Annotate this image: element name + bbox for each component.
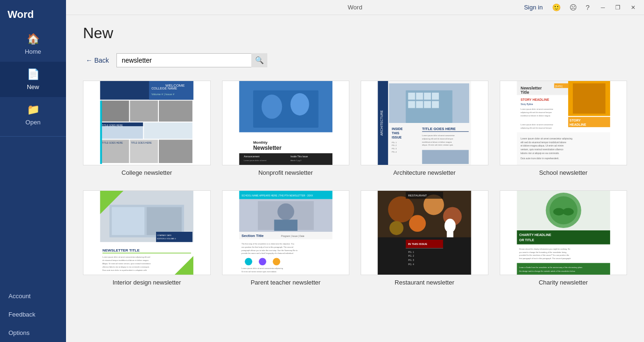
svg-text:PG. 3: PG. 3 xyxy=(408,259,414,261)
svg-rect-36 xyxy=(408,93,415,100)
feedback-label: Feedback xyxy=(8,311,35,318)
svg-text:HEADLINE: HEADLINE xyxy=(570,123,586,126)
search-button[interactable]: 🔍 xyxy=(251,53,267,67)
smiley-icon[interactable]: 🙂 xyxy=(550,2,563,13)
template-card-architecture[interactable]: ARCHITECTURE INSIDE THIS IS xyxy=(361,81,488,176)
template-thumb-restaurant: RESTAURANT IN THIS ISSUE PG. 1 PG. 2 PG.… xyxy=(361,190,488,275)
template-thumb-nonprofit: Monthly Newsletter Announcement Inside T… xyxy=(222,81,350,165)
svg-text:first paragraph of text in thi: first paragraph of text in this paragrap… xyxy=(519,257,570,260)
template-card-college[interactable]: COLLEGE NAME Volume # | Issue # WELCOME … xyxy=(83,81,211,176)
template-thumb-architecture: ARCHITECTURE INSIDE THIS IS xyxy=(361,81,488,165)
svg-text:can position the first body of: can position the first body of text in t… xyxy=(241,246,293,248)
svg-rect-65 xyxy=(573,83,605,114)
titlebar: Word Sign in 🙂 ☹ ? ─ ❐ ✕ xyxy=(66,0,644,15)
sidebar-bottom-nav: Account Feedback Options xyxy=(0,287,66,342)
help-icon[interactable]: ? xyxy=(584,2,591,12)
template-card-parent[interactable]: SCHOOL NAME APPEARS HERE | THE PTA NEWSL… xyxy=(222,190,350,286)
svg-text:PG. 1: PG. 1 xyxy=(408,251,414,253)
svg-rect-127 xyxy=(447,232,454,237)
template-card-school[interactable]: Newsletter Title [DATE] STORY HEADLINE S… xyxy=(500,81,627,176)
home-icon: 🏠 xyxy=(27,33,40,45)
titlebar-right: Sign in 🙂 ☹ ? ─ ❐ ✕ xyxy=(521,2,640,13)
template-thumb-interior: COMPANY DATE EDITION # VOLUME # NEWSLETT… xyxy=(83,190,211,275)
sidebar-item-new[interactable]: 📄 New xyxy=(0,62,66,97)
template-thumb-school: Newsletter Title [DATE] STORY HEADLINE S… xyxy=(500,81,627,165)
svg-rect-38 xyxy=(424,93,431,100)
svg-point-124 xyxy=(409,215,426,232)
svg-text:Duis aute irure dolor in repre: Duis aute irure dolor in reprehenderit. xyxy=(520,157,559,160)
template-card-interior[interactable]: COMPANY DATE EDITION # VOLUME # NEWSLETT… xyxy=(83,190,211,286)
back-button[interactable]: ← Back xyxy=(83,55,112,66)
sidebar-item-open[interactable]: 📁 Open xyxy=(0,97,66,132)
template-grid: COLLEGE NAME Volume # | Issue # WELCOME … xyxy=(83,81,627,286)
svg-text:veniam, quis nostrud exercitat: veniam, quis nostrud exercitation ullamc… xyxy=(520,148,563,151)
svg-text:Lorem ipsum dolor sit amet: Lorem ipsum dolor sit amet xyxy=(244,159,266,162)
svg-text:Program | Issue | Date: Program | Issue | Date xyxy=(281,235,304,237)
search-bar: ← Back 🔍 xyxy=(83,53,627,67)
sidebar-item-open-label: Open xyxy=(25,119,41,126)
template-label-nonprofit: Nonprofit newsletter xyxy=(258,169,313,176)
svg-text:Aliqua. Ut enim ad minim venia: Aliqua. Ut enim ad minim veniam, quis no… xyxy=(102,262,150,265)
options-label: Options xyxy=(8,329,30,336)
svg-text:PG. 4: PG. 4 xyxy=(408,263,414,266)
svg-text:PG. 4: PG. 4 xyxy=(392,151,397,153)
sidebar-item-home[interactable]: 🏠 Home xyxy=(0,26,66,62)
svg-text:RESTAURANT: RESTAURANT xyxy=(408,194,427,197)
search-input[interactable] xyxy=(116,53,267,67)
svg-rect-39 xyxy=(432,93,439,100)
svg-text:Ut enim ad minim veniam quis e: Ut enim ad minim veniam quis exercitatio… xyxy=(241,270,277,273)
svg-text:Duis aute irure dolor in repre: Duis aute irure dolor in reprehenderit i… xyxy=(102,269,147,271)
sidebar-item-feedback[interactable]: Feedback xyxy=(0,305,66,324)
template-thumb-charity: CHARITY HEADLINE OR TITLE Dream about th… xyxy=(500,190,627,275)
svg-text:the design task to change the : the design task to change the outside ar… xyxy=(519,270,575,272)
close-button[interactable]: ✕ xyxy=(626,2,640,13)
svg-text:Learn a Guide from the newslet: Learn a Guide from the newsletter at the… xyxy=(519,266,582,269)
account-label: Account xyxy=(8,293,31,300)
maximize-button[interactable]: ❐ xyxy=(611,2,625,13)
svg-text:TITLE GOES HERE: TITLE GOES HERE xyxy=(131,142,152,145)
sidebar-item-new-label: New xyxy=(27,83,39,90)
svg-text:THIS: THIS xyxy=(392,131,399,135)
template-label-restaurant: Restaurant newsletter xyxy=(395,279,454,286)
svg-rect-10 xyxy=(144,122,192,139)
template-card-nonprofit[interactable]: Monthly Newsletter Announcement Inside T… xyxy=(222,81,350,176)
template-label-school: School newsletter xyxy=(539,169,587,176)
svg-text:adipiscing elit sed do eiusmod: adipiscing elit sed do eiusmod tempor xyxy=(520,127,552,129)
svg-text:Volume #  |  Issue #: Volume # | Issue # xyxy=(151,93,174,96)
template-card-restaurant[interactable]: RESTAURANT IN THIS ISSUE PG. 1 PG. 2 PG.… xyxy=(361,190,488,286)
template-card-charity[interactable]: CHARITY HEADLINE OR TITLE Dream about th… xyxy=(500,190,627,286)
svg-point-143 xyxy=(562,208,574,216)
minimize-button[interactable]: ─ xyxy=(596,2,610,13)
svg-text:Story Byline: Story Byline xyxy=(520,103,533,106)
frown-icon[interactable]: ☹ xyxy=(568,2,579,13)
titlebar-app-name: Word xyxy=(348,4,363,11)
svg-point-125 xyxy=(389,221,404,235)
svg-rect-144 xyxy=(517,230,610,244)
svg-rect-87 xyxy=(147,207,182,235)
svg-text:STORY: STORY xyxy=(570,119,581,122)
sidebar-item-account[interactable]: Account xyxy=(0,287,66,305)
svg-point-114 xyxy=(245,258,252,265)
svg-text:Lorem ipsum dolor sit amet con: Lorem ipsum dolor sit amet consectetur xyxy=(520,123,553,126)
svg-point-22 xyxy=(261,95,282,119)
template-thumb-college: COLLEGE NAME Volume # | Issue # WELCOME … xyxy=(83,81,211,165)
svg-text:adipiscing elit sed do eiusmod: adipiscing elit sed do eiusmod tempor xyxy=(422,138,454,140)
svg-text:laboris nisi ut aliquip ex ea : laboris nisi ut aliquip ex ea commodo. xyxy=(520,152,559,155)
template-label-interior: Interior design newsletter xyxy=(113,279,181,286)
svg-text:provide the name and a brief b: provide the name and a brief biography o… xyxy=(241,252,293,254)
svg-point-105 xyxy=(277,204,294,220)
svg-text:TITLE GOES HERE: TITLE GOES HERE xyxy=(422,127,455,131)
svg-text:Section Title: Section Title xyxy=(241,234,264,238)
sidebar-item-home-label: Home xyxy=(25,48,41,55)
svg-rect-42 xyxy=(424,101,431,108)
svg-rect-37 xyxy=(416,93,423,100)
svg-text:PG. 1: PG. 1 xyxy=(392,141,396,144)
svg-text:Inside This Issue: Inside This Issue xyxy=(290,155,308,158)
signin-button[interactable]: Sign in xyxy=(521,3,545,12)
svg-text:PG. 3: PG. 3 xyxy=(392,147,397,150)
svg-rect-6 xyxy=(101,101,129,122)
sidebar-item-options[interactable]: Options xyxy=(0,324,66,342)
svg-text:do eiusmod tempor incididunt u: do eiusmod tempor incididunt ut labore e… xyxy=(102,259,149,261)
svg-rect-40 xyxy=(408,101,415,108)
svg-text:Lorem ipsum dolor sit amet con: Lorem ipsum dolor sit amet consectetur xyxy=(520,108,553,110)
